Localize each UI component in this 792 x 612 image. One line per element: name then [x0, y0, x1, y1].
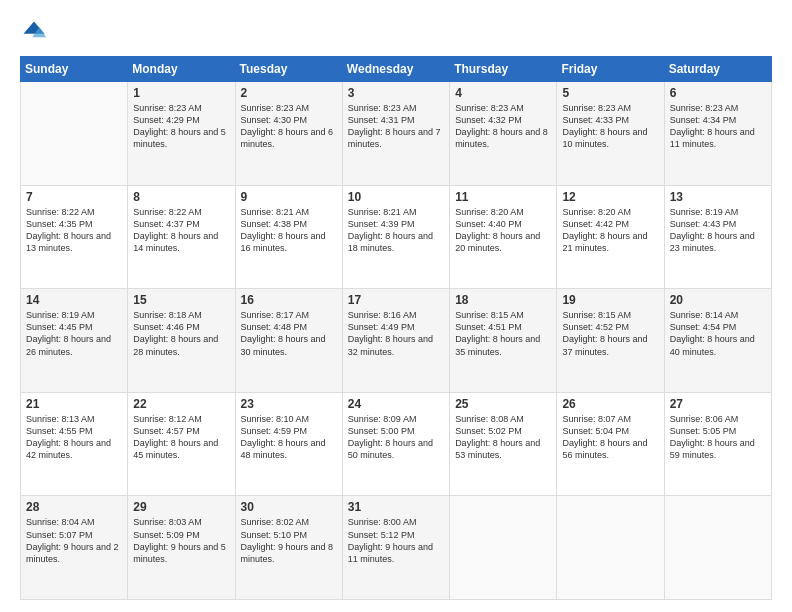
day-number: 19 — [562, 293, 658, 307]
sunset-text: Sunset: 4:59 PM — [241, 426, 308, 436]
sunrise-text: Sunrise: 8:22 AM — [26, 207, 95, 217]
sunrise-text: Sunrise: 8:22 AM — [133, 207, 202, 217]
page: SundayMondayTuesdayWednesdayThursdayFrid… — [0, 0, 792, 612]
sunset-text: Sunset: 4:57 PM — [133, 426, 200, 436]
calendar-week-2: 14Sunrise: 8:19 AMSunset: 4:45 PMDayligh… — [21, 289, 772, 393]
calendar-cell: 23Sunrise: 8:10 AMSunset: 4:59 PMDayligh… — [235, 392, 342, 496]
calendar-cell: 31Sunrise: 8:00 AMSunset: 5:12 PMDayligh… — [342, 496, 449, 600]
sunset-text: Sunset: 4:40 PM — [455, 219, 522, 229]
day-number: 1 — [133, 86, 229, 100]
sunrise-text: Sunrise: 8:23 AM — [348, 103, 417, 113]
sunrise-text: Sunrise: 8:23 AM — [562, 103, 631, 113]
day-info: Sunrise: 8:23 AMSunset: 4:29 PMDaylight:… — [133, 102, 229, 151]
sunrise-text: Sunrise: 8:15 AM — [562, 310, 631, 320]
daylight-text: Daylight: 8 hours and 7 minutes. — [348, 127, 441, 149]
calendar-cell — [557, 496, 664, 600]
daylight-text: Daylight: 8 hours and 30 minutes. — [241, 334, 326, 356]
day-number: 17 — [348, 293, 444, 307]
sunrise-text: Sunrise: 8:12 AM — [133, 414, 202, 424]
sunrise-text: Sunrise: 8:14 AM — [670, 310, 739, 320]
sunset-text: Sunset: 4:51 PM — [455, 322, 522, 332]
sunset-text: Sunset: 4:32 PM — [455, 115, 522, 125]
daylight-text: Daylight: 8 hours and 40 minutes. — [670, 334, 755, 356]
calendar-cell: 19Sunrise: 8:15 AMSunset: 4:52 PMDayligh… — [557, 289, 664, 393]
calendar-cell: 24Sunrise: 8:09 AMSunset: 5:00 PMDayligh… — [342, 392, 449, 496]
sunset-text: Sunset: 4:46 PM — [133, 322, 200, 332]
daylight-text: Daylight: 8 hours and 45 minutes. — [133, 438, 218, 460]
calendar-cell: 16Sunrise: 8:17 AMSunset: 4:48 PMDayligh… — [235, 289, 342, 393]
daylight-text: Daylight: 8 hours and 5 minutes. — [133, 127, 226, 149]
day-number: 18 — [455, 293, 551, 307]
day-info: Sunrise: 8:23 AMSunset: 4:32 PMDaylight:… — [455, 102, 551, 151]
sunset-text: Sunset: 4:52 PM — [562, 322, 629, 332]
sunrise-text: Sunrise: 8:13 AM — [26, 414, 95, 424]
calendar-table: SundayMondayTuesdayWednesdayThursdayFrid… — [20, 56, 772, 600]
day-info: Sunrise: 8:02 AMSunset: 5:10 PMDaylight:… — [241, 516, 337, 565]
day-info: Sunrise: 8:18 AMSunset: 4:46 PMDaylight:… — [133, 309, 229, 358]
day-info: Sunrise: 8:20 AMSunset: 4:40 PMDaylight:… — [455, 206, 551, 255]
calendar-cell: 10Sunrise: 8:21 AMSunset: 4:39 PMDayligh… — [342, 185, 449, 289]
calendar-cell: 18Sunrise: 8:15 AMSunset: 4:51 PMDayligh… — [450, 289, 557, 393]
day-number: 25 — [455, 397, 551, 411]
calendar-cell: 28Sunrise: 8:04 AMSunset: 5:07 PMDayligh… — [21, 496, 128, 600]
daylight-text: Daylight: 8 hours and 37 minutes. — [562, 334, 647, 356]
sunset-text: Sunset: 5:00 PM — [348, 426, 415, 436]
calendar-cell: 26Sunrise: 8:07 AMSunset: 5:04 PMDayligh… — [557, 392, 664, 496]
day-number: 8 — [133, 190, 229, 204]
sunset-text: Sunset: 4:42 PM — [562, 219, 629, 229]
daylight-text: Daylight: 9 hours and 11 minutes. — [348, 542, 433, 564]
calendar-cell — [21, 82, 128, 186]
daylight-text: Daylight: 8 hours and 32 minutes. — [348, 334, 433, 356]
daylight-text: Daylight: 8 hours and 10 minutes. — [562, 127, 647, 149]
sunrise-text: Sunrise: 8:09 AM — [348, 414, 417, 424]
daylight-text: Daylight: 8 hours and 53 minutes. — [455, 438, 540, 460]
daylight-text: Daylight: 9 hours and 8 minutes. — [241, 542, 334, 564]
sunset-text: Sunset: 4:30 PM — [241, 115, 308, 125]
daylight-text: Daylight: 8 hours and 6 minutes. — [241, 127, 334, 149]
sunset-text: Sunset: 4:37 PM — [133, 219, 200, 229]
sunrise-text: Sunrise: 8:15 AM — [455, 310, 524, 320]
sunrise-text: Sunrise: 8:20 AM — [562, 207, 631, 217]
daylight-text: Daylight: 8 hours and 14 minutes. — [133, 231, 218, 253]
sunrise-text: Sunrise: 8:06 AM — [670, 414, 739, 424]
day-info: Sunrise: 8:09 AMSunset: 5:00 PMDaylight:… — [348, 413, 444, 462]
day-number: 12 — [562, 190, 658, 204]
calendar-cell: 22Sunrise: 8:12 AMSunset: 4:57 PMDayligh… — [128, 392, 235, 496]
calendar-cell: 12Sunrise: 8:20 AMSunset: 4:42 PMDayligh… — [557, 185, 664, 289]
sunset-text: Sunset: 4:29 PM — [133, 115, 200, 125]
day-header-wednesday: Wednesday — [342, 57, 449, 82]
daylight-text: Daylight: 8 hours and 28 minutes. — [133, 334, 218, 356]
sunrise-text: Sunrise: 8:23 AM — [241, 103, 310, 113]
day-number: 20 — [670, 293, 766, 307]
day-info: Sunrise: 8:07 AMSunset: 5:04 PMDaylight:… — [562, 413, 658, 462]
day-info: Sunrise: 8:03 AMSunset: 5:09 PMDaylight:… — [133, 516, 229, 565]
sunrise-text: Sunrise: 8:17 AM — [241, 310, 310, 320]
daylight-text: Daylight: 8 hours and 23 minutes. — [670, 231, 755, 253]
sunrise-text: Sunrise: 8:19 AM — [670, 207, 739, 217]
calendar-cell: 4Sunrise: 8:23 AMSunset: 4:32 PMDaylight… — [450, 82, 557, 186]
calendar-cell: 8Sunrise: 8:22 AMSunset: 4:37 PMDaylight… — [128, 185, 235, 289]
day-number: 11 — [455, 190, 551, 204]
day-number: 24 — [348, 397, 444, 411]
day-number: 28 — [26, 500, 122, 514]
sunrise-text: Sunrise: 8:23 AM — [670, 103, 739, 113]
sunset-text: Sunset: 5:10 PM — [241, 530, 308, 540]
day-info: Sunrise: 8:10 AMSunset: 4:59 PMDaylight:… — [241, 413, 337, 462]
calendar-cell: 13Sunrise: 8:19 AMSunset: 4:43 PMDayligh… — [664, 185, 771, 289]
calendar-week-4: 28Sunrise: 8:04 AMSunset: 5:07 PMDayligh… — [21, 496, 772, 600]
day-number: 14 — [26, 293, 122, 307]
day-number: 22 — [133, 397, 229, 411]
day-number: 15 — [133, 293, 229, 307]
day-header-saturday: Saturday — [664, 57, 771, 82]
logo — [20, 18, 52, 46]
daylight-text: Daylight: 8 hours and 59 minutes. — [670, 438, 755, 460]
sunrise-text: Sunrise: 8:03 AM — [133, 517, 202, 527]
header — [20, 18, 772, 46]
sunset-text: Sunset: 4:38 PM — [241, 219, 308, 229]
day-info: Sunrise: 8:23 AMSunset: 4:30 PMDaylight:… — [241, 102, 337, 151]
calendar-cell: 5Sunrise: 8:23 AMSunset: 4:33 PMDaylight… — [557, 82, 664, 186]
day-number: 10 — [348, 190, 444, 204]
day-info: Sunrise: 8:04 AMSunset: 5:07 PMDaylight:… — [26, 516, 122, 565]
day-info: Sunrise: 8:17 AMSunset: 4:48 PMDaylight:… — [241, 309, 337, 358]
calendar-cell: 21Sunrise: 8:13 AMSunset: 4:55 PMDayligh… — [21, 392, 128, 496]
